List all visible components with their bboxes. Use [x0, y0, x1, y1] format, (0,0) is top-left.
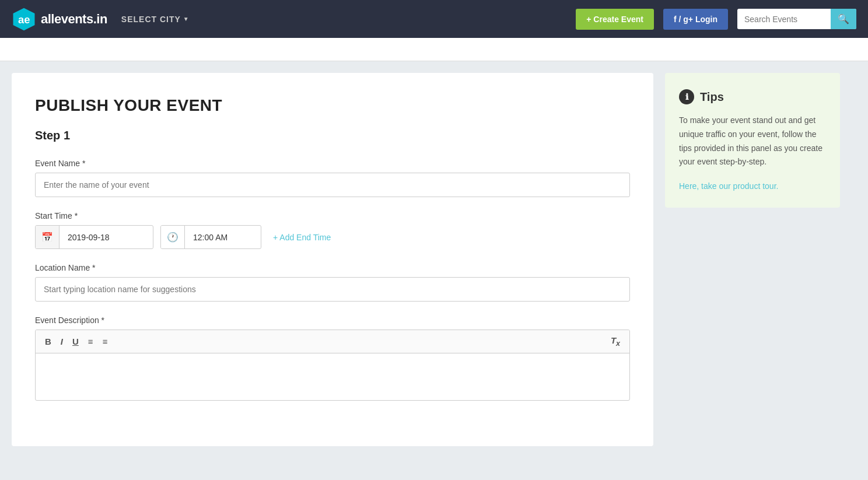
event-name-label: Event Name * [35, 159, 630, 168]
description-input[interactable] [36, 353, 629, 400]
italic-button[interactable]: I [57, 335, 66, 348]
search-input[interactable] [737, 10, 831, 29]
add-end-time-button[interactable]: + Add End Time [273, 233, 331, 242]
main-content: PUBLISH YOUR EVENT Step 1 Event Name * S… [0, 61, 852, 458]
underline-button[interactable]: U [69, 335, 82, 348]
time-input[interactable] [185, 227, 261, 248]
search-button[interactable]: 🔍 [831, 9, 856, 29]
search-area: 🔍 [737, 9, 856, 29]
tips-panel: ℹ Tips To make your event stand out and … [665, 73, 840, 208]
editor-toolbar: B I U ≡ ≡ Tx [36, 330, 629, 353]
date-input[interactable] [60, 227, 153, 248]
event-name-input[interactable] [35, 173, 630, 197]
location-group: Location Name * [35, 263, 630, 302]
bold-button[interactable]: B [41, 335, 55, 348]
description-group: Event Description * B I U ≡ ≡ Tx [35, 316, 630, 401]
clear-formatting-button[interactable]: Tx [607, 334, 624, 349]
header: ae allevents.in SELECT CITY ▼ + Create E… [0, 0, 868, 38]
logo-area: ae allevents.in [12, 7, 107, 31]
start-time-group: Start Time * 📅 🕐 + Add End Time [35, 211, 630, 249]
select-city-dropdown[interactable]: SELECT CITY ▼ [121, 15, 190, 24]
unordered-list-button[interactable]: ≡ [99, 335, 111, 348]
start-time-row: 📅 🕐 + Add End Time [35, 225, 630, 249]
tips-body: To make your event stand out and get uni… [679, 114, 826, 169]
login-button[interactable]: f / g+ Login [663, 9, 728, 30]
tips-header: ℹ Tips [679, 89, 826, 104]
start-time-label: Start Time * [35, 211, 630, 220]
ordered-list-button[interactable]: ≡ [85, 335, 97, 348]
time-input-wrap: 🕐 [160, 225, 261, 249]
event-name-group: Event Name * [35, 159, 630, 197]
calendar-icon: 📅 [36, 226, 60, 248]
description-label: Event Description * [35, 316, 630, 325]
sub-header-bar [0, 38, 868, 61]
search-icon: 🔍 [838, 14, 849, 24]
svg-text:ae: ae [18, 13, 30, 25]
logo-text: allevents.in [41, 12, 107, 27]
product-tour-link[interactable]: Here, take our product tour. [679, 181, 778, 191]
create-event-button[interactable]: + Create Event [576, 9, 654, 30]
location-label: Location Name * [35, 263, 630, 272]
publish-title: PUBLISH YOUR EVENT [35, 96, 630, 115]
info-icon: ℹ [679, 89, 694, 104]
logo-icon: ae [12, 7, 36, 31]
chevron-down-icon: ▼ [183, 16, 190, 22]
select-city-label: SELECT CITY [121, 15, 181, 24]
date-input-wrap: 📅 [35, 225, 153, 249]
clock-icon: 🕐 [161, 226, 185, 248]
description-editor: B I U ≡ ≡ Tx [35, 330, 630, 401]
form-panel: PUBLISH YOUR EVENT Step 1 Event Name * S… [12, 73, 653, 446]
step-label: Step 1 [35, 129, 630, 142]
tips-title: Tips [700, 90, 724, 104]
location-input[interactable] [35, 277, 630, 302]
